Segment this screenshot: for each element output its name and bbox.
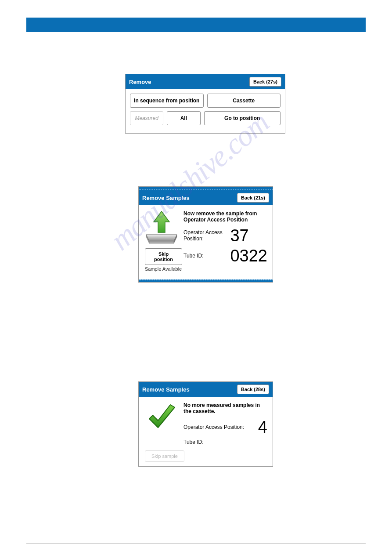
skip-sample-button: Skip sample bbox=[145, 450, 184, 462]
dialog-header: Remove Samples Back (21s) bbox=[139, 190, 273, 205]
dialog-title: Remove Samples bbox=[142, 195, 190, 201]
in-sequence-button[interactable]: In sequence from position bbox=[130, 94, 204, 108]
checkmark-icon bbox=[144, 402, 179, 437]
remove-instruction-text: Now remove the sample from Operator Acce… bbox=[183, 210, 267, 223]
dialog-title: Remove Samples bbox=[142, 386, 190, 393]
page-header-banner bbox=[26, 18, 366, 32]
svg-marker-4 bbox=[154, 211, 169, 232]
measured-button: Measured bbox=[130, 111, 163, 125]
back-button[interactable]: Back (27s) bbox=[249, 77, 281, 87]
remove-samples-dialog-2: Remove Samples Back (28s) No more measur… bbox=[138, 381, 273, 467]
operator-position-value: 4 bbox=[258, 419, 267, 435]
svg-marker-3 bbox=[149, 241, 174, 243]
back-button[interactable]: Back (28s) bbox=[237, 385, 269, 394]
back-button[interactable]: Back (21s) bbox=[237, 193, 269, 203]
svg-marker-0 bbox=[146, 235, 177, 241]
no-more-samples-text: No more measured samples in the cassette… bbox=[183, 402, 267, 414]
dialog-accent-strip bbox=[139, 187, 273, 190]
sample-status-text: Sample Available bbox=[145, 266, 182, 272]
dialog-title: Remove bbox=[129, 79, 151, 85]
skip-position-button[interactable]: Skip position bbox=[145, 248, 182, 265]
cassette-button[interactable]: Cassette bbox=[207, 94, 281, 108]
all-button[interactable]: All bbox=[167, 111, 200, 125]
dialog-header: Remove Samples Back (28s) bbox=[139, 382, 273, 397]
tube-id-label: Tube ID: bbox=[183, 253, 225, 259]
operator-position-label: Operator Access Position: bbox=[183, 424, 253, 430]
tube-id-label: Tube ID: bbox=[183, 439, 253, 445]
remove-arrow-icon bbox=[144, 210, 179, 246]
tube-id-value: 0322 bbox=[230, 247, 267, 264]
operator-position-value: 37 bbox=[230, 227, 267, 244]
remove-dialog: Remove Back (27s) In sequence from posit… bbox=[125, 74, 285, 134]
remove-samples-dialog-1: Remove Samples Back (21s) bbox=[138, 186, 273, 283]
dialog-bottom-accent bbox=[139, 279, 273, 282]
operator-position-label: Operator Access Position: bbox=[183, 229, 225, 242]
goto-position-button[interactable]: Go to position bbox=[204, 111, 281, 125]
dialog-header: Remove Back (27s) bbox=[126, 74, 285, 89]
